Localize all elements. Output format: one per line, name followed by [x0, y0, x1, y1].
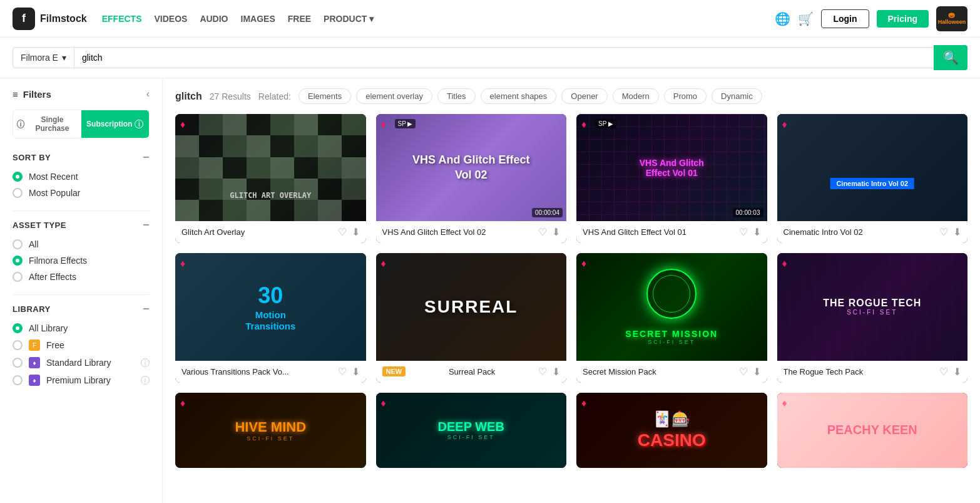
download-icon[interactable]: ⬇ — [352, 366, 360, 378]
download-icon[interactable]: ⬇ — [552, 366, 560, 378]
card-transitions[interactable]: 30 MotionTransitions ♦ Various Transitio… — [175, 253, 366, 382]
tag-opener[interactable]: Opener — [561, 88, 607, 104]
search-input[interactable] — [82, 53, 926, 63]
new-badge: NEW — [382, 366, 406, 376]
platform-label: Filmora E — [21, 53, 58, 63]
subscription-info-icon: i — [135, 120, 143, 128]
nav-audio[interactable]: AUDIO — [200, 14, 228, 24]
nav-videos[interactable]: VIDEOS — [154, 14, 187, 24]
card-casino[interactable]: 🃏🎰 CASINO ♦ — [576, 393, 767, 468]
heart-icon[interactable]: ♡ — [338, 226, 347, 238]
card-peachy-keen[interactable]: PEACHY KEEN ♦ — [777, 393, 968, 468]
filters-icon: ≡ — [13, 89, 18, 100]
pricing-button[interactable]: Pricing — [877, 10, 929, 28]
tag-elements[interactable]: Elements — [299, 88, 351, 104]
search-button[interactable]: 🔍 — [934, 45, 967, 70]
card-thumb-text: 30 MotionTransitions — [245, 282, 295, 331]
heart-icon[interactable]: ♡ — [739, 366, 748, 378]
tag-dynamic[interactable]: Dynamic — [712, 88, 762, 104]
cart-icon[interactable]: 🛒 — [798, 11, 814, 26]
asset-all[interactable]: All — [13, 239, 150, 249]
card-actions: ♡ ⬇ — [538, 366, 560, 378]
sidebar-collapse-icon[interactable]: ‹ — [146, 88, 150, 100]
halloween-badge[interactable]: 🎃Halloween — [936, 6, 967, 31]
card-surreal[interactable]: SURREAL ♦ NEW Surreal Pack ♡ ⬇ — [376, 253, 567, 382]
download-icon[interactable]: ⬇ — [753, 366, 761, 378]
single-purchase-tab[interactable]: i Single Purchase — [13, 110, 81, 138]
asset-aftereffects-radio[interactable] — [13, 272, 23, 282]
card-thumb-text: VHS And Glitch EffectVol 02 — [412, 153, 529, 182]
sort-radio-group: Most Recent Most Popular — [13, 172, 150, 198]
lib-all[interactable]: All Library — [13, 323, 150, 333]
globe-icon[interactable]: 🌐 — [775, 11, 790, 26]
logo[interactable]: f Filmstock — [13, 8, 87, 30]
nav-effects[interactable]: EFFECTS — [102, 14, 142, 24]
card-glitch-art[interactable]: GLITCH ART OVERLAY ♦ Glitch Art Overlay … — [175, 114, 366, 243]
heart-icon[interactable]: ♡ — [739, 226, 748, 238]
download-icon[interactable]: ⬇ — [352, 226, 360, 238]
card-footer: The Rogue Tech Pack ♡ ⬇ — [777, 361, 968, 383]
tag-titles[interactable]: Titles — [437, 88, 476, 104]
lib-standard[interactable]: ♦ Standard Library i — [13, 357, 150, 368]
sort-popular-radio[interactable] — [13, 188, 23, 198]
lib-premium[interactable]: ♦ Premium Library i — [13, 375, 150, 386]
premium-diamond-icon: ♦ — [581, 119, 586, 130]
divider-1 — [13, 210, 150, 211]
card-actions: ♡ ⬇ — [939, 226, 961, 238]
login-button[interactable]: Login — [821, 9, 869, 28]
lib-premium-radio[interactable] — [13, 375, 23, 385]
card-actions: ♡ ⬇ — [739, 226, 761, 238]
heart-icon[interactable]: ♡ — [338, 366, 347, 378]
card-cinematic[interactable]: Cinematic Intro Vol 02 ♦ Cinematic Intro… — [777, 114, 968, 243]
card-thumb-text: THE ROGUE TECH — [823, 298, 921, 309]
lib-all-radio[interactable] — [13, 323, 23, 333]
nav-free[interactable]: FREE — [288, 14, 311, 24]
sort-recent-radio[interactable] — [13, 172, 23, 182]
sort-popular[interactable]: Most Popular — [13, 188, 150, 198]
tag-element-shapes[interactable]: element shapes — [481, 88, 557, 104]
card-vhs-vol01[interactable]: VHS And GlitchEffect Vol 01 00:00:03 ♦ S… — [576, 114, 767, 243]
sp-badge: SP ▶ — [395, 119, 416, 128]
heart-icon[interactable]: ♡ — [939, 366, 948, 378]
platform-selector[interactable]: Filmora E ▾ — [13, 47, 74, 68]
tag-promo[interactable]: Promo — [664, 88, 707, 104]
card-title: VHS And Glitch Effect Vol 02 — [382, 227, 486, 237]
card-thumb: GLITCH ART OVERLAY ♦ — [175, 114, 366, 221]
download-icon[interactable]: ⬇ — [552, 226, 560, 238]
download-icon[interactable]: ⬇ — [953, 226, 961, 238]
nav-images[interactable]: IMAGES — [241, 14, 275, 24]
download-icon[interactable]: ⬇ — [953, 366, 961, 378]
card-thumb-text: CASINO — [638, 430, 706, 450]
lib-free[interactable]: F Free — [13, 340, 150, 351]
heart-icon[interactable]: ♡ — [939, 226, 948, 238]
download-icon[interactable]: ⬇ — [753, 226, 761, 238]
filters-label: ≡ Filters — [13, 89, 51, 100]
card-secret-mission[interactable]: SECRET MISSION SCI-FI SET ♦ Secret Missi… — [576, 253, 767, 382]
lib-free-radio[interactable] — [13, 340, 23, 350]
tag-modern[interactable]: Modern — [613, 88, 659, 104]
tag-element-overlay[interactable]: element overlay — [356, 88, 432, 104]
card-thumb-subtext: SCI-FI SET — [438, 434, 504, 440]
card-vhs-vol02[interactable]: VHS And Glitch EffectVol 02 00:00:04 ♦ S… — [376, 114, 567, 243]
card-rogue-tech[interactable]: THE ROGUE TECH SCI-FI SET ♦ The Rogue Te… — [777, 253, 968, 382]
premium-diamond-icon: ♦ — [180, 119, 185, 130]
heart-icon[interactable]: ♡ — [538, 226, 547, 238]
premium-diamond-icon: ♦ — [782, 258, 787, 269]
asset-all-radio[interactable] — [13, 239, 23, 249]
card-thumb-text: PEACHY KEEN — [827, 423, 917, 437]
asset-filmora[interactable]: Filmora Effects — [13, 256, 150, 266]
card-hive-mind[interactable]: HIVE MIND SCI-FI SET ♦ — [175, 393, 366, 468]
card-actions: ♡ ⬇ — [338, 366, 360, 378]
card-deep-web[interactable]: DEEP WEB SCI-FI SET ♦ — [376, 393, 567, 468]
asset-filmora-radio[interactable] — [13, 256, 23, 266]
library-collapse-icon[interactable]: − — [143, 303, 150, 316]
lib-standard-radio[interactable] — [13, 358, 23, 368]
sort-by-collapse-icon[interactable]: − — [143, 151, 150, 164]
heart-icon[interactable]: ♡ — [538, 366, 547, 378]
nav-product[interactable]: PRODUCT ▾ — [324, 14, 374, 24]
asset-type-section-header: ASSET TYPE − — [13, 219, 150, 232]
asset-type-collapse-icon[interactable]: − — [143, 219, 150, 232]
subscription-tab[interactable]: Subscription i — [81, 110, 150, 138]
asset-aftereffects[interactable]: After Effects — [13, 272, 150, 282]
sort-recent[interactable]: Most Recent — [13, 172, 150, 182]
